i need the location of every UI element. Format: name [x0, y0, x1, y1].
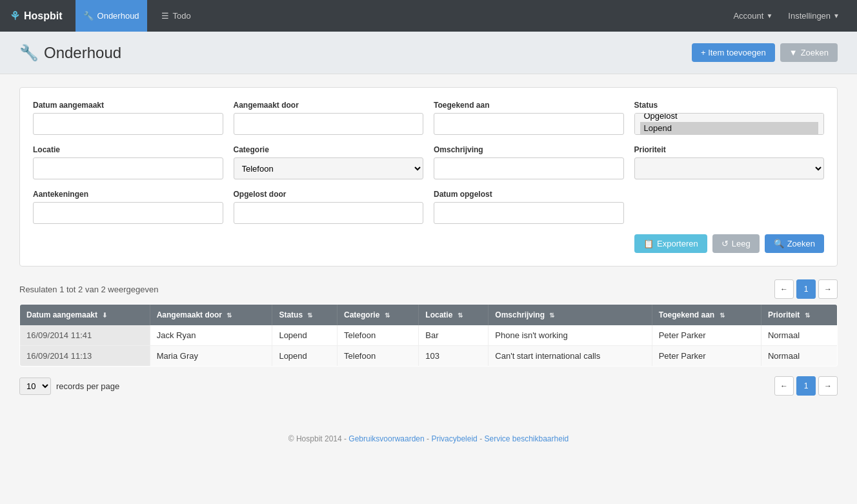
th-datum-aangemaakt[interactable]: Datum aangemaakt ⬇ [20, 305, 150, 326]
footer-link-service[interactable]: Service beschikbaarheid [484, 434, 569, 443]
refresh-icon: ↺ [721, 239, 729, 248]
omschrijving-label: Omschrijving [434, 145, 624, 154]
sort-datum-icon: ⬇ [102, 312, 107, 319]
filter-opgelost-door: Opgelost door [234, 190, 424, 224]
table-cell: Bar [419, 325, 489, 346]
table-cell: 16/09/2014 11:41 [20, 325, 150, 346]
filter-datum-opgelost: Datum opgelost [434, 190, 624, 224]
nav-todo-icon: ☰ [161, 11, 169, 21]
sort-omschrijving-icon: ⇅ [549, 312, 554, 319]
th-prioriteit[interactable]: Prioriteit ⇅ [761, 305, 837, 326]
th-categorie[interactable]: Categorie ⇅ [338, 305, 419, 326]
header-buttons: + Item toevoegen ▼ Zoeken [692, 43, 838, 62]
filter-locatie: Locatie [33, 145, 223, 179]
leeg-button[interactable]: ↺ Leeg [712, 234, 760, 253]
filter-aantekeningen: Aantekeningen [33, 190, 223, 224]
footer-link-gebruiksvoorwaarden[interactable]: Gebruiksvoorwaarden [348, 434, 424, 443]
bottom-prev-page-button[interactable]: ← [774, 376, 794, 396]
locatie-input[interactable] [33, 157, 223, 179]
filter-status: Status Opgelost Lopend Lange termijn Afw… [634, 101, 825, 135]
table-cell: Normaal [761, 325, 837, 346]
filter-panel: Datum aangemaakt Aangemaakt door Toegeke… [19, 87, 838, 267]
datum-aangemaakt-input[interactable] [33, 113, 223, 135]
brand[interactable]: ⚘ Hospbit [10, 9, 63, 23]
instellingen-caret-icon: ▼ [833, 12, 840, 19]
table-cell: Lopend [272, 325, 338, 346]
status-option-opgelost[interactable]: Opgelost [640, 113, 819, 122]
bottom-page-1-button[interactable]: 1 [796, 376, 816, 396]
table-cell: Peter Parker [652, 325, 761, 346]
page-1-button[interactable]: 1 [796, 279, 816, 299]
th-aangemaakt-door[interactable]: Aangemaakt door ⇅ [150, 305, 272, 326]
locatie-label: Locatie [33, 145, 223, 154]
results-info-bar: Resulaten 1 tot 2 van 2 weergegeven ← 1 … [19, 279, 838, 299]
bottom-next-page-button[interactable]: → [818, 376, 838, 396]
datum-opgelost-input[interactable] [434, 202, 624, 224]
categorie-select[interactable]: Telefoon Elektrisch Sanitair Overig [234, 157, 424, 179]
filter-aangemaakt-door: Aangemaakt door [234, 101, 424, 135]
nav-item-onderhoud[interactable]: 🔧 Onderhoud [76, 0, 147, 32]
bottom-bar: 10 25 50 records per page ← 1 → [19, 376, 838, 396]
add-item-button[interactable]: + Item toevoegen [692, 43, 775, 62]
datum-aangemaakt-label: Datum aangemaakt [33, 101, 223, 110]
filter-row-1: Datum aangemaakt Aangemaakt door Toegeke… [33, 101, 824, 135]
export-button[interactable]: 📋 Exporteren [634, 234, 707, 253]
table-cell: Lopend [272, 346, 338, 367]
filter-toegekend-aan: Toegekend aan [434, 101, 624, 135]
filter-prioriteit: Prioriteit Normaal Hoog [634, 145, 825, 179]
status-option-lopend[interactable]: Lopend [640, 122, 819, 134]
status-option-lange-termijn[interactable]: Lange termijn [640, 134, 819, 135]
opgelost-door-input[interactable] [234, 202, 424, 224]
account-dropdown[interactable]: Account ▼ [725, 0, 780, 32]
nav-item-todo[interactable]: ☰ Todo [154, 0, 199, 32]
table-row[interactable]: 16/09/2014 11:41Jack RyanLopendTelefoonB… [20, 325, 838, 346]
navbar-right: Account ▼ Instellingen ▼ [725, 0, 847, 32]
filter-actions: 📋 Exporteren ↺ Leeg 🔍 Zoeken [33, 234, 824, 253]
th-locatie[interactable]: Locatie ⇅ [419, 305, 489, 326]
data-table: Datum aangemaakt ⬇ Aangemaakt door ⇅ Sta… [19, 304, 838, 367]
status-label: Status [634, 101, 825, 110]
prev-page-button[interactable]: ← [774, 279, 794, 299]
navbar: ⚘ Hospbit 🔧 Onderhoud ☰ Todo Account ▼ I… [0, 0, 857, 32]
th-status[interactable]: Status ⇅ [272, 305, 338, 326]
account-caret-icon: ▼ [766, 12, 772, 19]
next-page-button[interactable]: → [818, 279, 838, 299]
filter-icon: ▼ [789, 48, 798, 57]
results-info-text: Resulaten 1 tot 2 van 2 weergegeven [19, 285, 158, 294]
filter-zoeken-button[interactable]: 🔍 Zoeken [765, 234, 824, 253]
nav-onderhoud-icon: 🔧 [83, 11, 94, 21]
status-listbox[interactable]: Opgelost Lopend Lange termijn Afwachtend [634, 113, 825, 135]
footer-link-privacybeleid[interactable]: Privacybeleid [431, 434, 477, 443]
omschrijving-input[interactable] [434, 157, 624, 179]
datum-opgelost-label: Datum opgelost [434, 190, 624, 199]
aangemaakt-door-input[interactable] [234, 113, 424, 135]
filter-omschrijving: Omschrijving [434, 145, 624, 179]
filter-row-3: Aantekeningen Opgelost door Datum opgelo… [33, 190, 824, 224]
page-title: 🔧 Onderhoud [19, 44, 121, 62]
main-content: Datum aangemaakt Aangemaakt door Toegeke… [0, 74, 857, 408]
sort-locatie-icon: ⇅ [458, 312, 463, 319]
filter-datum-aangemaakt: Datum aangemaakt [33, 101, 223, 135]
th-toegekend-aan[interactable]: Toegekend aan ⇅ [652, 305, 761, 326]
sort-aangemaakt-icon: ⇅ [227, 312, 232, 319]
brand-icon: ⚘ [10, 9, 20, 23]
prioriteit-select[interactable]: Normaal Hoog [634, 157, 825, 179]
toegekend-aan-input[interactable] [434, 113, 624, 135]
table-cell: Telefoon [338, 325, 419, 346]
bottom-pagination: ← 1 → [774, 376, 838, 396]
instellingen-dropdown[interactable]: Instellingen ▼ [780, 0, 847, 32]
aantekeningen-input[interactable] [33, 202, 223, 224]
records-per-page-select[interactable]: 10 25 50 [19, 378, 51, 395]
search-header-button[interactable]: ▼ Zoeken [780, 43, 838, 62]
page-header: 🔧 Onderhoud + Item toevoegen ▼ Zoeken [0, 32, 857, 74]
table-row[interactable]: 16/09/2014 11:13Maria GrayLopendTelefoon… [20, 346, 838, 367]
page-title-icon: 🔧 [19, 44, 39, 62]
prioriteit-label: Prioriteit [634, 145, 825, 154]
sort-categorie-icon: ⇅ [385, 312, 390, 319]
sort-prioriteit-icon: ⇅ [805, 312, 810, 319]
aantekeningen-label: Aantekeningen [33, 190, 223, 199]
table-cell: Phone isn't working [489, 325, 652, 346]
filter-row-2: Locatie Categorie Telefoon Elektrisch Sa… [33, 145, 824, 179]
export-icon: 📋 [643, 239, 654, 248]
th-omschrijving[interactable]: Omschrijving ⇅ [489, 305, 652, 326]
